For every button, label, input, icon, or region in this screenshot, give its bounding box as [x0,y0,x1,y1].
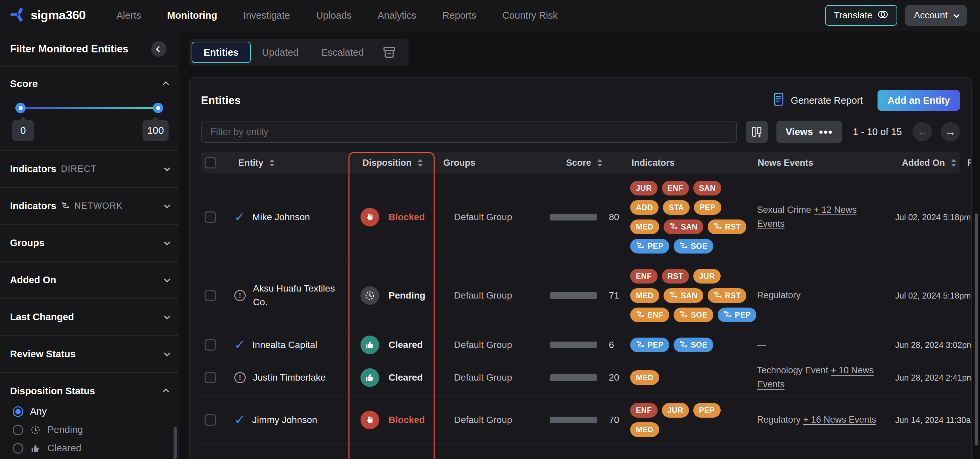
sidebar-section-header-last-changed[interactable]: Last Changed [10,311,169,322]
column-header-score[interactable]: Score [550,158,630,168]
views-button[interactable]: Views ••• [776,121,842,143]
indicator-badge-pep[interactable]: PEP [630,239,669,254]
brand[interactable]: sigma360 [10,7,86,24]
indicator-badge-rst[interactable]: RST [662,269,689,284]
indicator-badge-enf[interactable]: ENF [662,181,689,195]
indicator-badge-med[interactable]: MED [630,219,659,234]
badge-label: STA [668,203,684,212]
badge-label: RST [668,272,684,281]
nav-item-monitoring[interactable]: Monitoring [167,10,217,21]
badge-line: ENFSOEPEP [630,308,757,322]
archive-icon[interactable] [382,45,396,60]
sidebar-scrollbar[interactable] [173,427,177,459]
tab-updated[interactable]: Updated [251,42,310,63]
indicator-badge-jur[interactable]: JUR [693,269,721,284]
sort-icon[interactable] [269,159,275,167]
nav-item-analytics[interactable]: Analytics [377,10,416,21]
indicator-badge-med[interactable]: MED [630,422,659,437]
disposition-option-label: Pending [48,424,83,435]
indicator-badge-rst[interactable]: RST [708,288,747,303]
verified-check-icon: ✓ [234,413,245,427]
sort-icon[interactable] [951,159,956,167]
entity-cell: ✓Mike Johnson [220,210,340,224]
radio-any[interactable] [13,406,23,417]
row-checkbox[interactable] [205,211,216,223]
sort-icon[interactable] [418,159,423,167]
next-page-button[interactable]: → [940,122,960,141]
indicator-badge-pep[interactable]: PEP [693,403,721,418]
column-header-label: Score [566,158,591,168]
entity-name[interactable]: Justin Timberlake [253,371,326,384]
add-entity-button[interactable]: Add an Entity [878,90,960,111]
sidebar-section-label: Groups [10,238,45,248]
sidebar-collapse-button[interactable] [151,41,167,57]
indicator-badge-soe[interactable]: SOE [674,338,713,352]
row-checkbox[interactable] [205,414,216,426]
slider-handle-max[interactable] [153,103,163,113]
radio-cleared[interactable] [13,443,23,454]
disposition-option-cleared[interactable]: Cleared [13,443,169,454]
entity-name[interactable]: Mike Johnson [252,211,310,224]
indicator-badge-pep[interactable]: PEP [694,200,721,215]
indicator-badge-med[interactable]: MED [630,370,659,385]
nav-item-investigate[interactable]: Investigate [243,10,290,21]
slider-track[interactable] [17,107,162,109]
indicator-badge-add[interactable]: ADD [630,200,659,215]
translate-button[interactable]: Translate [825,5,897,26]
nav-item-reports[interactable]: Reports [442,10,476,21]
indicator-badge-san[interactable]: SAN [663,219,703,234]
indicator-badge-jur[interactable]: JUR [630,181,657,195]
column-header-added-on[interactable]: Added On [887,158,967,168]
sidebar-section-header-indicatorsnetwork[interactable]: IndicatorsNETWORK [10,200,169,211]
indicator-badge-jur[interactable]: JUR [662,403,689,418]
sidebar-section-header-disposition-status[interactable]: Disposition Status [10,386,169,397]
slider-handle-min[interactable] [15,103,26,113]
columns-icon[interactable] [746,121,768,143]
sort-icon[interactable] [597,159,603,167]
row-checkbox[interactable] [205,339,216,351]
radio-pending[interactable] [13,425,23,435]
row-checkbox[interactable] [205,290,216,301]
disposition-label: Pending [388,290,425,301]
row-checkbox[interactable] [205,372,216,383]
prev-page-button[interactable]: ← [913,122,932,141]
thumb-icon [30,443,41,453]
account-button[interactable]: Account [905,5,967,26]
column-header-disposition[interactable]: Disposition [340,158,440,168]
sidebar-section-header-review-status[interactable]: Review Status [10,349,169,360]
nav-item-uploads[interactable]: Uploads [316,10,352,21]
column-header-entity[interactable]: Entity [220,158,340,168]
entity-filter-input[interactable] [201,121,737,143]
nav-item-country-risk[interactable]: Country Risk [502,10,558,21]
indicator-badge-med[interactable]: MED [630,288,659,303]
nav-item-alerts[interactable]: Alerts [116,10,141,21]
indicator-badge-soe[interactable]: SOE [674,239,713,254]
added-on-cell: Jun 28, 2024 2:41pm [887,373,967,383]
entity-name[interactable]: Innealta Capital [252,338,317,352]
tab-entities[interactable]: Entities [192,42,251,63]
disposition-option-any[interactable]: Any [13,406,169,417]
page-scrollbar[interactable] [975,213,978,446]
select-all-checkbox[interactable] [205,157,216,168]
sidebar-section-header-indicatorsdirect[interactable]: IndicatorsDIRECT [10,164,169,175]
tab-escalated[interactable]: Escalated [310,42,375,63]
disposition-option-pending[interactable]: Pending [13,424,169,435]
sidebar-section-header-groups[interactable]: Groups [10,238,169,248]
generate-report-button[interactable]: Generate Report [773,92,863,109]
chevron-up-icon[interactable] [163,81,169,87]
table-row: ✓Jimmy JohnsonBlockedDefault Group70ENFJ… [201,395,960,445]
indicator-badge-sta[interactable]: STA [663,200,690,215]
indicator-badge-pep[interactable]: PEP [630,338,669,352]
sidebar-section-header-added-on[interactable]: Added On [10,275,169,286]
news-events-link[interactable]: + 16 News Events [803,415,876,425]
entity-name[interactable]: Aksu Huafu Textiles Co. [253,282,337,309]
indicator-badge-enf[interactable]: ENF [630,403,657,418]
indicator-badge-rst[interactable]: RST [708,219,747,234]
entity-name[interactable]: Jimmy Johnson [252,413,317,427]
indicator-badge-soe[interactable]: SOE [674,308,713,322]
indicator-badge-enf[interactable]: ENF [630,308,669,322]
indicator-badge-san[interactable]: SAN [663,288,703,303]
indicator-badge-enf[interactable]: ENF [630,269,657,284]
indicator-badge-pep[interactable]: PEP [718,308,757,322]
indicator-badge-san[interactable]: SAN [693,181,721,195]
